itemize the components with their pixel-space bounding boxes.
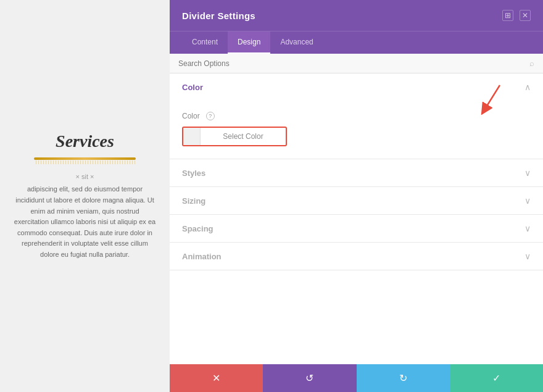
settings-panel: Divider Settings ⊞ ✕ Content Design Adva…	[170, 0, 543, 392]
animation-section-toggle[interactable]: ∨	[524, 251, 531, 261]
panel-tabs: Content Design Advanced	[170, 31, 543, 54]
sizing-section-header[interactable]: Sizing ∨	[170, 187, 543, 214]
color-section-content: Color ? Select Color	[170, 101, 543, 159]
divider-line	[34, 157, 136, 160]
spacing-section-toggle[interactable]: ∨	[524, 223, 531, 233]
preview-body: adipiscing elit, sed do eiusmod tempor i…	[12, 184, 157, 260]
select-color-text: Select Color	[201, 128, 286, 144]
animation-section-header[interactable]: Animation ∨	[170, 243, 543, 270]
header-icons: ⊞ ✕	[502, 10, 531, 21]
cancel-icon: ✕	[212, 372, 220, 384]
preview-content: Services × sit × adipiscing elit, sed do…	[12, 131, 157, 260]
preview-lorem: × sit ×	[12, 173, 157, 180]
settings-grid-icon[interactable]: ⊞	[502, 10, 513, 21]
panel-title: Divider Settings	[182, 10, 255, 21]
color-section-title: Color	[182, 83, 203, 92]
save-icon: ✓	[492, 372, 500, 384]
sizing-section: Sizing ∨	[170, 187, 543, 215]
preview-divider	[34, 157, 136, 164]
spacing-section: Spacing ∨	[170, 215, 543, 243]
cancel-button[interactable]: ✕	[170, 364, 263, 392]
search-bar: ⌕	[170, 54, 543, 73]
settings-body: Color ∧ Color	[170, 73, 543, 364]
color-swatch	[183, 128, 201, 145]
divider-texture	[34, 161, 136, 164]
reset-button[interactable]: ↺	[263, 364, 356, 392]
sizing-section-title: Sizing	[182, 196, 205, 206]
redo-button[interactable]: ↻	[357, 364, 450, 392]
styles-section-toggle[interactable]: ∨	[524, 168, 531, 178]
save-button[interactable]: ✓	[450, 364, 543, 392]
styles-section-header[interactable]: Styles ∨	[170, 159, 543, 186]
styles-section: Styles ∨	[170, 159, 543, 187]
preview-area: Services × sit × adipiscing elit, sed do…	[0, 0, 170, 392]
color-field-label: Color	[182, 112, 200, 120]
tab-design[interactable]: Design	[228, 31, 270, 54]
spacing-section-title: Spacing	[182, 224, 213, 233]
color-row: Color ?	[182, 112, 531, 120]
tab-content[interactable]: Content	[182, 31, 228, 54]
tab-advanced[interactable]: Advanced	[270, 31, 323, 54]
reset-icon: ↺	[305, 372, 313, 384]
redo-icon: ↻	[399, 372, 407, 384]
sizing-section-toggle[interactable]: ∨	[524, 196, 531, 206]
search-icon: ⌕	[529, 59, 534, 68]
panel-header: Divider Settings ⊞ ✕	[170, 0, 543, 31]
search-input[interactable]	[178, 59, 529, 68]
close-icon[interactable]: ✕	[520, 10, 531, 21]
animation-section: Animation ∨	[170, 243, 543, 270]
color-section-header[interactable]: Color ∧	[170, 73, 543, 101]
help-icon[interactable]: ?	[206, 112, 215, 120]
color-section: Color ∧ Color	[170, 73, 543, 159]
select-color-button[interactable]: Select Color	[182, 127, 287, 146]
preview-title: Services	[12, 131, 157, 151]
panel-footer: ✕ ↺ ↻ ✓	[170, 364, 543, 392]
spacing-section-header[interactable]: Spacing ∨	[170, 215, 543, 242]
styles-section-title: Styles	[182, 169, 205, 178]
color-section-toggle[interactable]: ∧	[524, 82, 531, 92]
animation-section-title: Animation	[182, 252, 222, 261]
